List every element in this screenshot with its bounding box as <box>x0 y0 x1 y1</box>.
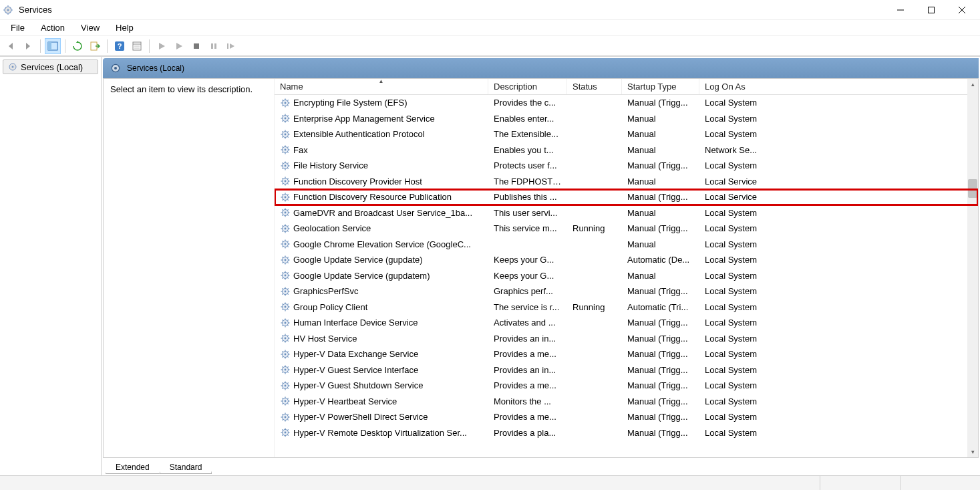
service-row[interactable]: HV Host ServiceProvides an in...Manual (… <box>275 331 978 347</box>
service-name-label: Function Discovery Resource Publication <box>293 192 452 202</box>
column-header-description[interactable]: Description <box>488 79 567 94</box>
service-gear-icon <box>280 301 291 312</box>
svg-point-46 <box>285 118 287 120</box>
svg-line-114 <box>287 225 288 226</box>
service-row[interactable]: Hyper-V Guest Service InterfaceProvides … <box>275 362 978 378</box>
service-row[interactable]: Hyper-V Data Exchange ServiceProvides a … <box>275 346 978 362</box>
service-logon-cell: Local System <box>699 239 978 249</box>
service-gear-icon <box>280 98 291 108</box>
show-hide-tree-button[interactable] <box>45 38 61 54</box>
service-logon-cell: Local System <box>699 428 978 438</box>
column-header-log-on-as[interactable]: Log On As <box>699 79 978 94</box>
svg-line-124 <box>287 241 288 242</box>
svg-point-136 <box>285 259 287 261</box>
svg-line-65 <box>282 152 283 153</box>
svg-line-244 <box>287 430 288 431</box>
service-row[interactable]: GameDVR and Broadcast User Service_1ba..… <box>275 205 978 221</box>
column-header-startup-type[interactable]: Startup Type <box>622 79 699 94</box>
service-row[interactable]: Hyper-V Guest Shutdown ServiceProvides a… <box>275 378 978 394</box>
service-row[interactable]: Extensible Authentication ProtocolThe Ex… <box>275 126 978 142</box>
stop-service-button[interactable] <box>188 38 204 54</box>
start-service-button[interactable] <box>154 38 170 54</box>
svg-line-85 <box>282 184 283 185</box>
service-startup-cell: Manual (Trigg... <box>622 396 699 406</box>
service-gear-icon <box>280 286 291 297</box>
scroll-up-icon[interactable]: ▴ <box>967 79 978 90</box>
detail-body: Select an item to view its description. … <box>103 78 979 458</box>
menu-help[interactable]: Help <box>109 20 140 35</box>
svg-line-42 <box>282 116 283 116</box>
column-header-status[interactable]: Status <box>567 79 622 94</box>
svg-rect-19 <box>194 43 199 49</box>
svg-line-145 <box>282 278 283 279</box>
service-startup-cell: Automatic (Tri... <box>622 302 699 312</box>
service-row[interactable]: Hyper-V PowerShell Direct ServiceProvide… <box>275 409 978 425</box>
window-maximize-button[interactable] <box>916 0 947 20</box>
service-name-cell: Function Discovery Provider Host <box>275 176 488 187</box>
svg-line-153 <box>287 293 288 294</box>
svg-line-243 <box>287 435 288 436</box>
svg-line-55 <box>282 136 283 137</box>
service-description-cell: This user servi... <box>488 208 567 218</box>
restart-service-button[interactable] <box>223 38 239 54</box>
back-button[interactable] <box>3 38 19 54</box>
service-row[interactable]: Hyper-V Remote Desktop Virtualization Se… <box>275 425 978 441</box>
service-name-label: Function Discovery Provider Host <box>293 176 422 187</box>
service-row[interactable]: Google Update Service (gupdatem)Keeps yo… <box>275 268 978 284</box>
service-row[interactable]: Google Update Service (gupdate)Keeps you… <box>275 252 978 268</box>
service-startup-cell: Manual (Trigg... <box>622 318 699 328</box>
service-row[interactable]: FaxEnables you t...ManualNetwork Se... <box>275 142 978 158</box>
pause-service-button[interactable] <box>206 38 222 54</box>
scroll-down-icon[interactable]: ▾ <box>967 447 978 457</box>
service-row[interactable]: Geolocation ServiceThis service m...Runn… <box>275 221 978 237</box>
refresh-button[interactable] <box>69 38 86 54</box>
service-row[interactable]: Google Chrome Elevation Service (GoogleC… <box>275 237 978 253</box>
tree-root-services-local[interactable]: Services (Local) <box>3 59 98 74</box>
window-minimize-button[interactable] <box>885 0 916 20</box>
export-list-button[interactable] <box>87 38 103 54</box>
window-close-button[interactable] <box>947 0 977 20</box>
service-row[interactable]: GraphicsPerfSvcGraphics perf...Manual (T… <box>275 283 978 299</box>
service-row[interactable]: Function Discovery Resource PublicationP… <box>275 189 978 205</box>
menu-view[interactable]: View <box>74 20 106 35</box>
tab-standard[interactable]: Standard <box>160 461 212 474</box>
help-button[interactable]: ? <box>112 38 128 54</box>
start-service-button-2[interactable] <box>171 38 187 54</box>
service-name-label: Encrypting File System (EFS) <box>293 98 407 108</box>
service-description-cell: The service is r... <box>488 302 567 312</box>
svg-line-132 <box>282 257 283 257</box>
forward-button[interactable] <box>20 38 36 54</box>
column-header-name[interactable]: ▲ Name <box>275 79 488 94</box>
service-row[interactable]: Function Discovery Provider HostThe FDPH… <box>275 174 978 190</box>
toolbar: ? <box>0 36 980 56</box>
service-startup-cell: Manual <box>622 129 699 139</box>
svg-point-176 <box>285 322 287 324</box>
service-name-cell: GraphicsPerfSvc <box>275 286 488 297</box>
menu-action[interactable]: Action <box>34 20 71 35</box>
svg-line-142 <box>282 273 283 273</box>
service-row[interactable]: Enterprise App Management ServiceEnables… <box>275 111 978 127</box>
svg-point-86 <box>285 180 287 182</box>
services-grid-body[interactable]: Encrypting File System (EFS)Provides the… <box>275 95 978 457</box>
svg-line-205 <box>282 372 283 373</box>
detail-pane: Services (Local) Select an item to view … <box>102 57 980 475</box>
svg-line-235 <box>282 419 283 420</box>
tab-extended[interactable]: Extended <box>106 461 160 474</box>
svg-point-166 <box>285 306 287 308</box>
service-row[interactable]: Human Interface Device ServiceActivates … <box>275 315 978 331</box>
service-row[interactable]: File History ServiceProtects user f...Ma… <box>275 158 978 174</box>
menu-file[interactable]: File <box>4 20 31 35</box>
service-logon-cell: Local Service <box>699 176 978 187</box>
svg-line-224 <box>287 398 288 399</box>
service-row[interactable]: Hyper-V Heartbeat ServiceMonitors the ..… <box>275 394 978 410</box>
service-row[interactable]: Group Policy ClientThe service is r...Ru… <box>275 299 978 316</box>
properties-button[interactable] <box>129 38 145 54</box>
svg-line-182 <box>282 336 283 336</box>
service-startup-cell: Manual (Trigg... <box>622 365 699 375</box>
svg-line-33 <box>287 105 288 106</box>
service-row[interactable]: Encrypting File System (EFS)Provides the… <box>275 95 978 111</box>
service-startup-cell: Manual (Trigg... <box>622 192 699 202</box>
service-description-cell: Enables enter... <box>488 114 567 124</box>
vertical-scrollbar[interactable]: ▴ ▾ <box>967 79 978 457</box>
service-name-cell: HV Host Service <box>275 333 488 344</box>
